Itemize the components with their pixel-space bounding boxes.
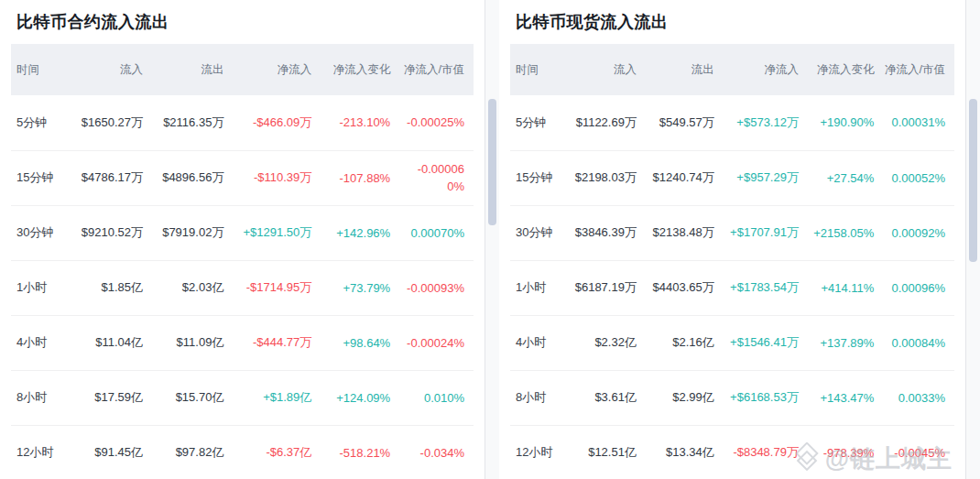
cell-net-inflow-change: +137.89% <box>808 315 883 370</box>
cell-value: $2.03亿 <box>182 280 224 294</box>
table-row: 4小时$11.04亿$11.09亿-$444.77万+98.64%-0.0002… <box>11 315 474 370</box>
cell-value: -$444.77万 <box>253 335 311 349</box>
cell-value: $91.45亿 <box>94 445 143 459</box>
scrollbar-track[interactable] <box>965 0 980 479</box>
cell-value: -0.00024% <box>407 336 464 350</box>
panel-content: 比特币合约流入流出 时间流入流出净流入净流入变化净流入/市值 5分钟$1650.… <box>0 0 485 479</box>
cell-inflow: $4786.17万 <box>71 150 152 205</box>
cell-net-inflow: -$110.39万 <box>233 150 321 205</box>
cell-value: 0.010% <box>424 391 464 405</box>
col-header-net-inflow-change: 净流入变化 <box>808 44 883 95</box>
table-row: 12小时$91.45亿$97.82亿-$6.37亿-518.21%-0.034% <box>11 425 474 479</box>
col-header-net-inflow: 净流入 <box>233 44 321 95</box>
panel-title: 比特币现货流入流出 <box>499 0 965 44</box>
cell-net-inflow-change: +98.64% <box>321 315 399 370</box>
panel-title: 比特币合约流入流出 <box>0 0 485 44</box>
cell-value: 1小时 <box>516 280 546 294</box>
cell-value: +98.64% <box>343 336 390 350</box>
cell-outflow: $2.99亿 <box>646 370 724 425</box>
cell-value: -$6.37亿 <box>266 445 311 459</box>
cell-value: +190.90% <box>820 115 874 129</box>
cell-value: $7919.02万 <box>162 225 223 239</box>
cell-value: 4小时 <box>516 335 546 349</box>
cell-value: +27.54% <box>827 171 875 185</box>
cell-net-inflow-change: +124.09% <box>321 370 399 425</box>
flow-table: 时间流入流出净流入净流入变化净流入/市值 5分钟$1650.27万$2116.3… <box>11 44 474 479</box>
cell-value: +$1707.91万 <box>730 225 799 239</box>
cell-outflow: $549.57万 <box>646 95 724 150</box>
cell-value: $549.57万 <box>659 115 714 129</box>
cell-value: $11.04亿 <box>95 335 143 349</box>
cell-time: 8小时 <box>510 370 568 425</box>
cell-value: -518.21% <box>340 446 391 460</box>
cell-value: $2198.03万 <box>575 170 637 184</box>
cell-time: 1小时 <box>510 260 568 315</box>
col-header-inflow: 流入 <box>568 44 646 95</box>
cell-value: $2.32亿 <box>594 335 637 349</box>
scrollbar-track[interactable] <box>485 0 499 479</box>
cell-value: 30分钟 <box>516 225 552 239</box>
cell-inflow: $11.04亿 <box>71 315 152 370</box>
cell-value: 0.00096% <box>891 281 945 295</box>
cell-value: +$573.12万 <box>736 115 799 129</box>
cell-inflow: $1122.69万 <box>568 95 646 150</box>
col-header-net-inflow-ratio: 净流入/市值 <box>399 44 474 95</box>
scrollbar-thumb[interactable] <box>488 99 496 225</box>
panel-content: 比特币现货流入流出 时间流入流出净流入净流入变化净流入/市值 5分钟$1122.… <box>499 0 965 479</box>
table-row: 8小时$17.59亿$15.70亿+$1.89亿+124.09%0.010% <box>11 370 474 425</box>
cell-value: 12小时 <box>16 445 53 459</box>
table-row: 1小时$1.85亿$2.03亿-$1714.95万+73.79%-0.00093… <box>11 260 474 315</box>
cell-value: +$6168.53万 <box>730 390 799 404</box>
table-row: 15分钟$4786.17万$4896.56万-$110.39万-107.88%-… <box>11 150 474 205</box>
cell-time: 12小时 <box>11 425 71 479</box>
table-body: 5分钟$1650.27万$2116.35万-$466.09万-213.10%-0… <box>11 95 474 479</box>
cell-inflow: $1650.27万 <box>71 95 152 150</box>
cell-net-inflow-change: -107.88% <box>321 150 399 205</box>
cell-net-inflow: +$6168.53万 <box>724 370 808 425</box>
cell-inflow: $2198.03万 <box>568 150 646 205</box>
contract-flow-panel: 比特币合约流入流出 时间流入流出净流入净流入变化净流入/市值 5分钟$1650.… <box>0 0 499 479</box>
cell-value: +414.11% <box>821 281 874 295</box>
cell-time: 4小时 <box>11 315 71 370</box>
cell-net-inflow: -$444.77万 <box>233 315 321 370</box>
cell-outflow: $15.70亿 <box>152 370 233 425</box>
cell-inflow: $17.59亿 <box>71 370 152 425</box>
cell-net-inflow-ratio: 0.00084% <box>883 315 954 370</box>
cell-value: +143.47% <box>820 391 874 405</box>
cell-inflow: $91.45亿 <box>71 425 152 479</box>
table-body: 5分钟$1122.69万$549.57万+$573.12万+190.90%0.0… <box>510 95 954 479</box>
cell-value: +2158.05% <box>813 226 874 240</box>
cell-value: -0.00093% <box>407 281 464 295</box>
cell-value: $2138.48万 <box>653 225 714 239</box>
cell-value: $1650.27万 <box>82 115 143 129</box>
cell-time: 12小时 <box>510 425 568 479</box>
cell-value: -0.034% <box>420 446 464 460</box>
cell-value: $1122.69万 <box>576 115 637 129</box>
cell-value: -0.00025% <box>407 115 464 129</box>
header-row: 时间流入流出净流入净流入变化净流入/市值 <box>510 44 954 95</box>
cell-value: 0.00031% <box>891 115 945 129</box>
bitcoin-flow-dashboard: 比特币合约流入流出 时间流入流出净流入净流入变化净流入/市值 5分钟$1650.… <box>0 0 980 479</box>
cell-net-inflow-ratio: -0.00025% <box>399 95 474 150</box>
cell-net-inflow-change: +73.79% <box>321 260 399 315</box>
table-row: 5分钟$1122.69万$549.57万+$573.12万+190.90%0.0… <box>510 95 954 150</box>
cell-value: 0.00092% <box>891 226 945 240</box>
cell-net-inflow: +$573.12万 <box>724 95 808 150</box>
cell-inflow: $12.51亿 <box>568 425 646 479</box>
col-header-time: 时间 <box>510 44 568 95</box>
table-row: 30分钟$3846.39万$2138.48万+$1707.91万+2158.05… <box>510 205 954 260</box>
cell-value: $4896.56万 <box>162 170 223 184</box>
cell-value: $12.51亿 <box>588 445 637 459</box>
table-row: 5分钟$1650.27万$2116.35万-$466.09万-213.10%-0… <box>11 95 474 150</box>
cell-net-inflow-ratio: -0.000060% <box>399 150 474 205</box>
scrollbar-thumb[interactable] <box>969 99 977 262</box>
spot-flow-panel: 比特币现货流入流出 时间流入流出净流入净流入变化净流入/市值 5分钟$1122.… <box>499 0 980 479</box>
cell-value: $1240.74万 <box>653 170 714 184</box>
cell-net-inflow-change: +143.47% <box>808 370 883 425</box>
table-row: 12小时$12.51亿$13.34亿-$8348.79万-978.39%-0.0… <box>510 425 954 479</box>
cell-net-inflow: +$1783.54万 <box>724 260 808 315</box>
flow-table: 时间流入流出净流入净流入变化净流入/市值 5分钟$1122.69万$549.57… <box>510 44 954 479</box>
cell-value: 15分钟 <box>516 170 552 184</box>
cell-net-inflow-ratio: 0.00092% <box>883 205 954 260</box>
cell-value: +$957.29万 <box>736 170 799 184</box>
